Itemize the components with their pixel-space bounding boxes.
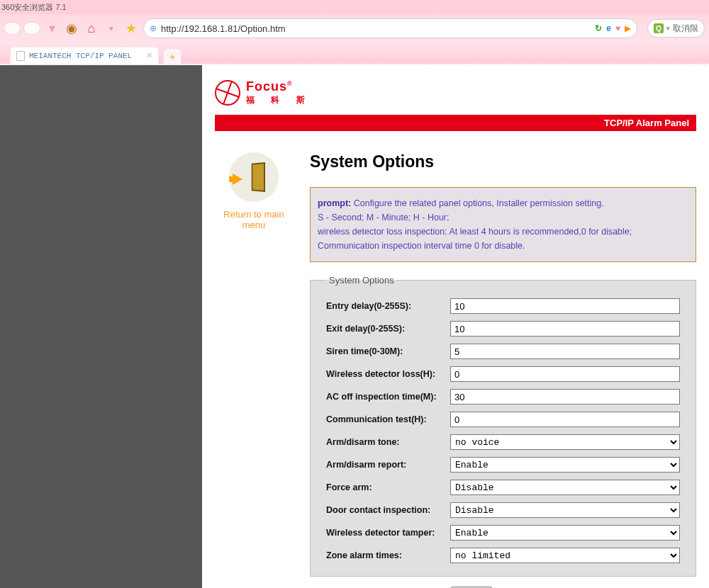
label-wireless-loss: Wireless detector loss(H): bbox=[326, 369, 450, 379]
panel-title-bar: TCP/IP Alarm Panel bbox=[215, 115, 696, 131]
label-exit-delay: Exit delay(0-255S): bbox=[326, 324, 450, 334]
label-door-inspection: Door contact inspection: bbox=[326, 505, 450, 515]
home-icon[interactable]: ⌂ bbox=[84, 21, 99, 36]
address-bar[interactable]: ⊕ ↻ e ♥ ▶ bbox=[143, 18, 637, 38]
ie-icon[interactable]: e bbox=[606, 23, 611, 33]
cloud-icon[interactable] bbox=[4, 21, 20, 36]
prompt-line-1: Configure the related panel options, Ins… bbox=[354, 198, 604, 208]
logo-mark-icon bbox=[215, 80, 240, 106]
star-icon[interactable]: ★ bbox=[123, 21, 139, 36]
browser-title-bar: 360安全浏览器 7.1 bbox=[0, 0, 709, 14]
label-entry-delay: Entry delay(0-255S): bbox=[326, 301, 450, 311]
select-arm-tone[interactable]: no voice bbox=[450, 434, 680, 450]
label-arm-tone: Arm/disarm tone: bbox=[326, 437, 450, 447]
content-area: Focus® 福 科 斯 TCP/IP Alarm Panel Return t… bbox=[0, 65, 709, 588]
input-siren-time[interactable] bbox=[450, 344, 680, 359]
tab-active[interactable]: MEIANTECH TCP/IP PANEL × bbox=[10, 47, 159, 64]
select-arm-report[interactable]: Enable bbox=[450, 457, 680, 473]
select-door-inspection[interactable]: Disable bbox=[450, 502, 680, 518]
prompt-label: prompt: bbox=[318, 198, 351, 208]
tab-close-icon[interactable]: × bbox=[147, 50, 152, 62]
refresh-icon[interactable]: ↻ bbox=[595, 23, 602, 33]
main-panel: Focus® 福 科 斯 TCP/IP Alarm Panel Return t… bbox=[202, 65, 709, 588]
prompt-box: prompt: Configure the related panel opti… bbox=[310, 187, 696, 262]
logo: Focus® 福 科 斯 bbox=[215, 79, 696, 106]
select-wireless-tamper[interactable]: Enable bbox=[450, 525, 680, 541]
dropdown-icon-2[interactable]: ▾ bbox=[104, 21, 119, 36]
dropdown-icon[interactable]: ▾ bbox=[44, 21, 60, 36]
logo-text-en: Focus® bbox=[246, 79, 312, 94]
input-ac-off[interactable] bbox=[450, 389, 680, 405]
browser-toolbar: ▾ ◉ ⌂ ▾ ★ ⊕ ↻ e ♥ ▶ Q ▾ 取消限 bbox=[0, 14, 709, 43]
browser-title: 360安全浏览器 7.1 bbox=[1, 2, 67, 13]
label-comm-test: Communication test(H): bbox=[326, 414, 450, 424]
search-box[interactable]: Q ▾ 取消限 bbox=[647, 19, 705, 38]
logo-text-cn: 福 科 斯 bbox=[246, 94, 312, 106]
prompt-line-3: wireless detector loss inspection: At le… bbox=[318, 227, 632, 237]
left-gutter bbox=[0, 65, 202, 588]
return-icon[interactable] bbox=[229, 152, 279, 202]
fieldset-legend: System Options bbox=[326, 275, 397, 285]
label-arm-report: Arm/disarm report: bbox=[326, 460, 450, 470]
input-comm-test[interactable] bbox=[450, 412, 680, 427]
prompt-line-4: Communication inspection interval time 0… bbox=[318, 241, 525, 251]
search-provider-icon: Q bbox=[654, 23, 664, 33]
page-icon bbox=[16, 51, 25, 61]
label-wireless-tamper: Wireless detector tamper: bbox=[326, 528, 450, 538]
input-wireless-loss[interactable] bbox=[450, 366, 680, 382]
select-force-arm[interactable]: Disable bbox=[450, 480, 680, 495]
label-siren-time: Siren time(0-30M): bbox=[326, 346, 450, 356]
select-zone-alarm[interactable]: no limited bbox=[450, 548, 680, 563]
input-exit-delay[interactable] bbox=[450, 321, 680, 337]
label-force-arm: Force arm: bbox=[326, 482, 450, 492]
label-ac-off: AC off inspection time(M): bbox=[326, 392, 450, 402]
badge-icon[interactable]: ◉ bbox=[64, 21, 79, 36]
url-input[interactable] bbox=[161, 23, 591, 34]
tab-strip: MEIANTECH TCP/IP PANEL × + bbox=[0, 43, 709, 65]
cloud-icon-2[interactable] bbox=[24, 21, 40, 36]
new-tab-button[interactable]: + bbox=[163, 48, 182, 64]
input-entry-delay[interactable] bbox=[450, 298, 680, 314]
system-options-fieldset: System Options Entry delay(0-255S): Exit… bbox=[310, 275, 696, 577]
prompt-line-2: S - Second; M - Minute; H - Hour; bbox=[318, 213, 449, 222]
main-content: System Options prompt: Configure the rel… bbox=[310, 152, 696, 588]
shield-icon: ⊕ bbox=[150, 23, 157, 33]
page-heading: System Options bbox=[310, 152, 696, 171]
return-link[interactable]: Return to main menu bbox=[215, 209, 293, 230]
label-zone-alarm: Zone alarm times: bbox=[326, 550, 450, 560]
tab-title: MEIANTECH TCP/IP PANEL bbox=[29, 52, 132, 60]
go-icon[interactable]: ▶ bbox=[625, 23, 631, 33]
side-nav: Return to main menu bbox=[215, 152, 293, 588]
heart-icon[interactable]: ♥ bbox=[615, 23, 620, 33]
search-placeholder: 取消限 bbox=[673, 23, 698, 35]
